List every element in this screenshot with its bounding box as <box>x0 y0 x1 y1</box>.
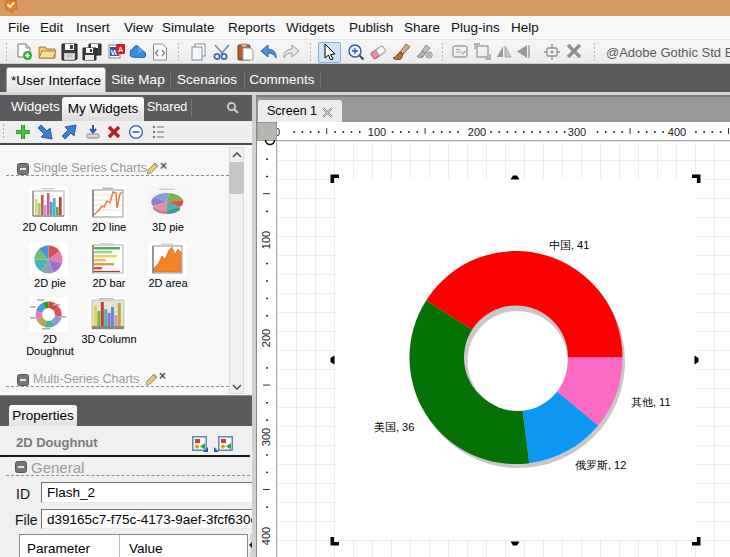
svg-text:200: 200 <box>260 329 272 347</box>
svg-text:100: 100 <box>260 231 272 249</box>
svg-text:100: 100 <box>368 126 386 138</box>
svg-text:300: 300 <box>568 126 586 138</box>
svg-text:400: 400 <box>668 126 686 138</box>
svg-text:400: 400 <box>260 527 272 545</box>
svg-text:A: A <box>118 46 123 53</box>
svg-text:200: 200 <box>468 126 486 138</box>
svg-text:300: 300 <box>260 428 272 446</box>
